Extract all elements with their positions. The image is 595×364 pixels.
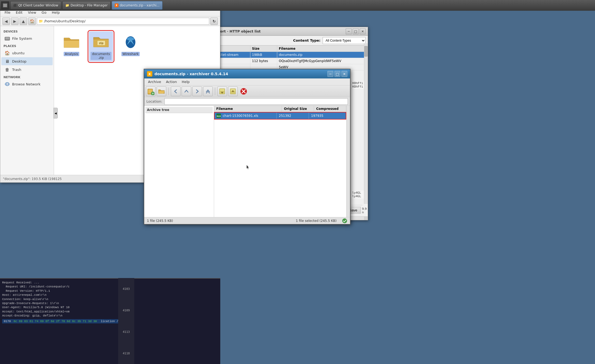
sidebar-browse-network-label: Browse Network: [12, 82, 41, 86]
xarch-new-button[interactable]: +: [146, 87, 156, 96]
terminal-hex-area: 0170 6c 69 63 61 74 69 6f 6e 2f 78 6d 6c…: [2, 319, 99, 323]
system-menu-icon: [2, 3, 8, 8]
xarch-forward-button[interactable]: [192, 87, 202, 96]
xarch-titlebar: X documents.zip - xarchiver 0.5.4.14 ─ □…: [144, 69, 350, 78]
taskbar-qt-client[interactable]: ⬛ Qt Client Leader Window: [10, 1, 61, 10]
terminal-line-3: Request Version: HTTP/1.1: [2, 289, 218, 293]
xarch-title-text: documents.zip - xarchiver 0.5.4.14: [154, 72, 228, 76]
xarch-menu-help[interactable]: Help: [179, 79, 192, 84]
svg-rect-27: [3, 5, 7, 6]
terminal-line-9: Accept-Encoding: gzip, deflate\r\n: [2, 314, 218, 318]
fm-address-input[interactable]: 📁 /home/ubuntu/Desktop/: [37, 18, 209, 25]
xarch-extract-button[interactable]: [217, 87, 227, 96]
content-type-label: Content Type:: [293, 38, 320, 42]
row-num-3: 4113: [123, 330, 130, 334]
wireshark-label: Wireshark: [121, 52, 140, 56]
file-item-documents-zip[interactable]: zip documents.zip: [89, 31, 113, 62]
fm-up-button[interactable]: ▲: [20, 17, 27, 25]
http-cell-size-1: 198kB: [250, 52, 277, 58]
xarch-tree-header: Archive tree: [145, 107, 213, 113]
terminal-line-5: Connection: keep-alive\r\n: [2, 297, 218, 301]
content-type-select[interactable]: All Content-Types: [323, 37, 366, 44]
svg-text:XLS: XLS: [217, 115, 221, 117]
terminal-offset: 0170: [4, 320, 11, 323]
taskbar-icon-qt: ⬛: [13, 4, 17, 7]
xarch-content: Archive tree Filename Original Size Comp…: [144, 106, 350, 217]
terminal-hex-bytes: 6c 69 63 61 74 69 6f 6e 2f 78 6d 6c 3b 7…: [13, 320, 97, 323]
xarch-maximize-button[interactable]: □: [334, 71, 340, 77]
sidebar-item-browse-network[interactable]: Browse Network: [1, 80, 53, 88]
xarch-toolbar: +: [144, 85, 350, 97]
xarch-statusbar: 1 file (245.5 KB) 1 file selected (245.5…: [144, 217, 350, 224]
taskbar-xarchiver[interactable]: X documents.zip - xarchi...: [112, 1, 163, 10]
http-scrollbar[interactable]: [364, 43, 368, 204]
terminal-row-numbers: 4103 4109 4113 4118: [118, 278, 134, 364]
xarch-cell-size-1: 251392: [276, 113, 309, 119]
sidebar-collapse-button[interactable]: ◀: [53, 108, 54, 118]
sidebar-item-trash[interactable]: 🗑 Trash: [1, 66, 53, 74]
xarch-empty-area: [214, 120, 346, 217]
fm-addressbar: ◀ ▶ ▲ 🏠 📁 /home/ubuntu/Desktop/ ↻: [0, 16, 220, 26]
http-toolbar: Content Type: All Content-Types: [218, 36, 368, 45]
taskbar-label-qt: Qt Client Leader Window: [18, 3, 58, 7]
col-header-filename: Filename: [214, 106, 282, 112]
http-maximize-button[interactable]: □: [353, 28, 359, 34]
system-menu-button[interactable]: [1, 1, 9, 9]
xls-file-icon: XLS: [216, 113, 221, 118]
fm-forward-button[interactable]: ▶: [11, 17, 19, 25]
http-cell-filename-2: OQsaDixzHTgtfjMcGypGenpldWF5eWV: [277, 58, 368, 64]
taskbar-label-fm: Desktop - File Manager: [71, 3, 108, 7]
http-minimize-button[interactable]: ─: [346, 28, 352, 34]
xarch-cell-filename-1: XLS chart-1530076591.xls: [214, 112, 276, 120]
http-controls: ─ □ ✕: [346, 28, 366, 34]
http-row-1[interactable]: ctet-stream 198kB documents.zip: [218, 52, 368, 58]
terminal-line-7: User-Agent: Mozilla/5.0 (Windows NT 10: [2, 305, 218, 309]
xarch-file-row-1[interactable]: XLS chart-1530076591.xls 251392 197935: [214, 112, 346, 120]
http-num-2: n: [362, 211, 367, 214]
xarch-location-label: Location:: [146, 99, 162, 103]
svg-text:zip: zip: [99, 42, 103, 45]
svg-point-24: [342, 218, 347, 223]
xarch-menu-action[interactable]: Action: [164, 79, 179, 84]
file-item-wireshark[interactable]: Wireshark: [118, 31, 143, 62]
xarch-delete-button[interactable]: [239, 87, 248, 96]
xarchiver-window: X documents.zip - xarchiver 0.5.4.14 ─ □…: [144, 69, 351, 225]
fm-home-button[interactable]: 🏠: [28, 17, 36, 25]
svg-rect-2: [5, 39, 9, 39]
http-row-2[interactable]: 112 bytes OQsaDixzHTgtfjMcGypGenpldWF5eW…: [218, 58, 368, 64]
taskbar-file-manager[interactable]: 📁 Desktop - File Manager: [62, 1, 111, 10]
file-item-analysis[interactable]: Analysis: [59, 31, 84, 62]
xarch-back-button[interactable]: [171, 87, 181, 96]
col-header-size: Original Size: [282, 106, 314, 112]
sidebar-item-filesystem[interactable]: File System: [1, 34, 53, 42]
xarch-location-input[interactable]: [164, 98, 348, 105]
devices-section-title: DEVICES: [0, 28, 54, 34]
terminal-line-6: Upgrade-Insecure-Requests: 1\r\n: [2, 301, 218, 305]
http-cell-type-1: ctet-stream: [218, 52, 250, 58]
fm-back-button[interactable]: ◀: [2, 17, 10, 25]
xarch-toolbar-sep1: [168, 88, 169, 95]
xarch-up-button[interactable]: [182, 87, 191, 96]
http-cell-type-2: [218, 58, 250, 64]
sidebar-ubuntu-label: ubuntu: [12, 51, 24, 55]
xarch-menu-archive[interactable]: Archive: [146, 79, 163, 84]
xarch-tree-panel: Archive tree: [144, 106, 214, 217]
xarch-close-button[interactable]: ✕: [341, 71, 347, 77]
sidebar-item-desktop[interactable]: 🖥 Desktop: [1, 57, 53, 65]
xarch-add-button[interactable]: [228, 87, 238, 96]
fm-address-text: /home/ubuntu/Desktop/: [44, 19, 85, 23]
xarch-open-button[interactable]: [157, 87, 166, 96]
xarch-filelist: Filename Original Size Compressed XLS ch…: [214, 106, 346, 217]
svg-rect-1: [5, 38, 9, 38]
http-cell-size-2: 112 bytes: [250, 58, 277, 64]
fm-refresh-button[interactable]: ↻: [210, 17, 218, 25]
http-num-1: 9.9: [362, 207, 367, 211]
http-scrollbar-thumb[interactable]: [364, 46, 368, 57]
xarch-top-button[interactable]: [203, 87, 213, 96]
xarch-scrollbar[interactable]: [346, 106, 350, 217]
xarch-minimize-button[interactable]: ─: [327, 71, 333, 77]
http-close-button[interactable]: ✕: [360, 28, 366, 34]
trash-icon: 🗑: [5, 67, 10, 72]
sidebar-item-ubuntu[interactable]: 🏠 ubuntu: [1, 49, 53, 57]
svg-rect-26: [3, 4, 7, 5]
